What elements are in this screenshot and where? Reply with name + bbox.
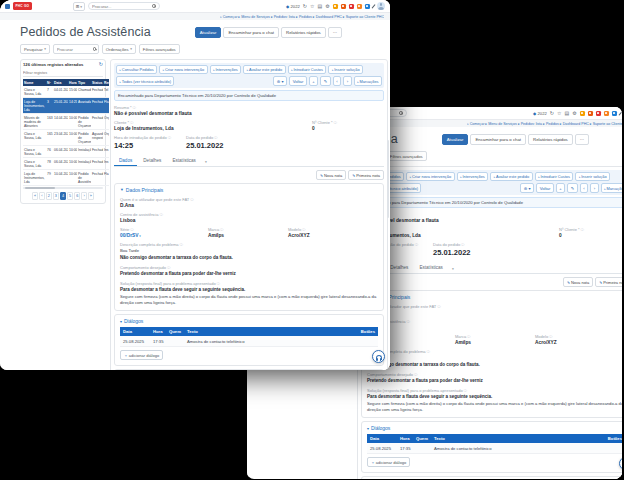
new-note-button[interactable]: Nova nota <box>563 277 593 287</box>
page-first[interactable]: « <box>32 192 38 200</box>
prev-record-button[interactable]: ‹ <box>333 76 341 85</box>
add-record-button[interactable]: + <box>309 76 318 85</box>
table-row[interactable]: Clara e Sousa, Lda7606.04.202010:00Insta… <box>23 146 109 158</box>
page-number-active[interactable]: 4 <box>60 192 66 200</box>
refresh-icon[interactable]: ↻ <box>303 4 307 9</box>
back-button[interactable]: Voltar <box>289 76 307 85</box>
advanced-filters-button[interactable]: Filtros avançados <box>139 44 180 54</box>
refresh-list-icon[interactable]: ↻ <box>99 62 103 67</box>
global-search[interactable] <box>88 2 160 10</box>
table-row[interactable]: Móveis de madeira de Abrantes16314.04.20… <box>23 114 109 130</box>
phc-go-logo[interactable]: PHC GO <box>13 2 32 10</box>
dialogo-row[interactable]: 25.08.2025 17:35 Amostra de contacto tel… <box>367 443 622 454</box>
add-menu-button[interactable]: ⊕ ▾ <box>273 76 287 85</box>
new-note-button[interactable]: Nova nota <box>316 170 346 180</box>
next-record-button[interactable]: › <box>343 76 351 85</box>
breadcrumb[interactable]: ⌂ Começar ▸ Menu de Serviços ▸ Pedidos: … <box>220 15 384 19</box>
serie-value-link[interactable]: 00/DrSV <box>120 233 208 238</box>
page-number[interactable]: 3 <box>53 192 59 200</box>
evaluate-request-button[interactable]: Avaliar este pedido <box>490 172 532 181</box>
interventions-button[interactable]: Intervenções <box>210 65 242 74</box>
refresh-icon[interactable]: ↻ <box>550 111 554 116</box>
tabs-overflow-icon[interactable]: ▾ <box>449 265 457 273</box>
dialogos-header[interactable]: ▾ Diálogos <box>120 318 378 324</box>
horizontal-scrollbar[interactable] <box>23 187 103 189</box>
support-fab-button[interactable] <box>372 350 385 363</box>
search-icon[interactable] <box>152 4 156 8</box>
records-filter[interactable] <box>23 69 103 77</box>
dialogo-row[interactable]: 25.08.2025 17:35 Amostra de contacto tel… <box>120 336 378 347</box>
appointments-button[interactable]: Marcações <box>601 183 622 192</box>
dados-principais-header[interactable]: ▼ Dados Principais <box>367 294 622 300</box>
front-window[interactable]: PHC GO ⊞ ◆ 2022 ↻ ☆ ▤ ⚙ <box>0 0 390 370</box>
edit-tools-icon[interactable] <box>618 111 622 116</box>
reports-button[interactable]: Relatórios rápidos <box>528 134 573 145</box>
enter-costs-button[interactable]: Introduzir Custos <box>288 65 327 74</box>
update-button[interactable]: Atualizar <box>442 134 469 145</box>
add-menu-button[interactable]: ⊕ ▾ <box>520 183 534 192</box>
anexos-section[interactable]: ▸Anexos <box>361 476 622 479</box>
page-next[interactable]: › <box>81 192 87 200</box>
app-shortcut-icon[interactable] <box>596 111 601 116</box>
year-badge[interactable]: ◆ 2022 <box>533 111 547 116</box>
grid-icon[interactable]: ▤ <box>317 4 322 9</box>
page-prev[interactable]: ‹ <box>39 192 45 200</box>
page-number[interactable]: 6 <box>74 192 80 200</box>
insert-solution-button[interactable]: Inserir solução <box>328 65 363 74</box>
table-row[interactable]: Loja de Instrumentos, Lda7910.04.202010:… <box>23 170 109 186</box>
new-intervention-button[interactable]: Criar nova intervenção <box>159 65 208 74</box>
prev-record-button[interactable]: ‹ <box>580 183 588 192</box>
advanced-filters-button[interactable]: Filtros avançados <box>386 151 427 161</box>
page-number[interactable]: 5 <box>67 192 73 200</box>
star-icon[interactable]: ☆ <box>310 4 314 9</box>
records-filter-input[interactable] <box>23 71 103 75</box>
gear-icon[interactable]: ⚙ <box>572 111 576 116</box>
workspace-selector[interactable]: ⊞ <box>73 2 85 11</box>
list-search[interactable] <box>53 44 99 54</box>
tabs-overflow-icon[interactable]: ▾ <box>202 158 210 166</box>
enter-costs-button[interactable]: Introduzir Custos <box>535 172 574 181</box>
table-row[interactable]: Clara e Sousa, Lda704.01.202115:00Chamad… <box>23 86 109 98</box>
app-shortcut-icon[interactable] <box>357 4 362 9</box>
chat-forward-button[interactable]: Encaminhar para o chat <box>223 27 279 38</box>
list-search-input[interactable] <box>57 47 91 52</box>
page-last[interactable]: » <box>88 192 94 200</box>
tab-estatisticas[interactable]: Estatísticas <box>414 263 448 274</box>
search-scope-select[interactable]: Pesquisar▾ <box>20 44 50 54</box>
consult-requests-button[interactable]: Consultar Pedidos <box>116 65 157 74</box>
user-avatar[interactable] <box>377 2 385 10</box>
interventions-button[interactable]: Intervenções <box>457 172 489 181</box>
update-button[interactable]: Atualizar <box>195 27 222 38</box>
app-shortcut-icon[interactable] <box>588 111 593 116</box>
vertical-scrollbar[interactable] <box>387 140 389 218</box>
table-row[interactable]: Clara e Sousa, Lda16523.04.202010:00Pedi… <box>23 130 109 146</box>
first-note-button[interactable]: Primeira nota <box>595 277 622 287</box>
breadcrumb[interactable]: ⌂ Começar ▸ Menu de Serviços ▸ Pedidos: … <box>467 122 622 126</box>
apps-menu-icon[interactable] <box>5 4 10 9</box>
more-actions-button[interactable]: ⋯ <box>575 134 589 145</box>
page-number[interactable]: 2 <box>46 192 52 200</box>
edit-tools-icon[interactable] <box>371 4 375 9</box>
table-row[interactable]: Clara e Sousa, Lda7806.04.202010:00Insta… <box>23 158 109 170</box>
search-icon[interactable] <box>399 111 403 115</box>
star-icon[interactable]: ☆ <box>557 111 561 116</box>
evaluate-request-button[interactable]: Avaliar este pedido <box>243 65 285 74</box>
assigned-technician-button[interactable]: Todos (ver técnico atribuído) <box>116 76 174 85</box>
table-row-selected[interactable]: Loja de Instrumentos, Lda325.01.202214:2… <box>23 98 109 114</box>
app-shortcut-icon[interactable] <box>349 4 354 9</box>
edit-record-button[interactable]: ✎ <box>320 76 331 85</box>
app-shortcut-icon[interactable] <box>604 111 609 116</box>
grid-icon[interactable]: ▤ <box>564 111 569 116</box>
app-shortcut-icon[interactable] <box>341 4 346 9</box>
reports-button[interactable]: Relatórios rápidos <box>281 27 326 38</box>
add-record-button[interactable]: + <box>556 183 565 192</box>
dialogos-header[interactable]: ▾ Diálogos <box>367 425 622 431</box>
app-shortcut-icon[interactable] <box>333 4 338 9</box>
sort-button[interactable]: Ordenações▾ <box>102 44 136 54</box>
next-record-button[interactable]: › <box>590 183 598 192</box>
app-shortcut-icon[interactable] <box>612 111 617 116</box>
tab-dados[interactable]: Dados <box>114 156 137 167</box>
chat-forward-button[interactable]: Encaminhar para o chat <box>470 134 526 145</box>
add-dialog-button[interactable]: adicionar diálogo <box>367 457 410 467</box>
tab-detalhes[interactable]: Detalhes <box>138 156 166 167</box>
